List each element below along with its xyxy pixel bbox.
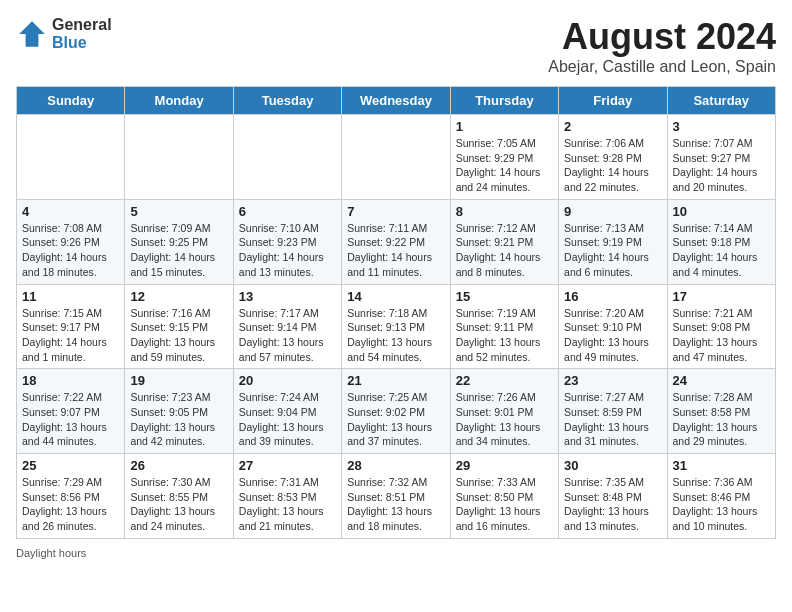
day-cell: 21Sunrise: 7:25 AM Sunset: 9:02 PM Dayli… <box>342 369 450 454</box>
logo-icon <box>16 18 48 50</box>
day-number: 17 <box>673 289 770 304</box>
logo-text: General Blue <box>52 16 112 51</box>
day-number: 30 <box>564 458 661 473</box>
day-number: 11 <box>22 289 119 304</box>
day-info: Sunrise: 7:20 AM Sunset: 9:10 PM Dayligh… <box>564 306 661 365</box>
day-info: Sunrise: 7:23 AM Sunset: 9:05 PM Dayligh… <box>130 390 227 449</box>
header-cell-thursday: Thursday <box>450 87 558 115</box>
day-info: Sunrise: 7:05 AM Sunset: 9:29 PM Dayligh… <box>456 136 553 195</box>
calendar-body: 1Sunrise: 7:05 AM Sunset: 9:29 PM Daylig… <box>17 115 776 539</box>
header-cell-tuesday: Tuesday <box>233 87 341 115</box>
day-number: 8 <box>456 204 553 219</box>
day-cell: 20Sunrise: 7:24 AM Sunset: 9:04 PM Dayli… <box>233 369 341 454</box>
day-number: 16 <box>564 289 661 304</box>
header-cell-wednesday: Wednesday <box>342 87 450 115</box>
day-info: Sunrise: 7:29 AM Sunset: 8:56 PM Dayligh… <box>22 475 119 534</box>
header-row: SundayMondayTuesdayWednesdayThursdayFrid… <box>17 87 776 115</box>
day-info: Sunrise: 7:22 AM Sunset: 9:07 PM Dayligh… <box>22 390 119 449</box>
day-number: 20 <box>239 373 336 388</box>
logo-line2: Blue <box>52 34 112 52</box>
logo-line1: General <box>52 16 112 34</box>
day-number: 23 <box>564 373 661 388</box>
day-cell: 1Sunrise: 7:05 AM Sunset: 9:29 PM Daylig… <box>450 115 558 200</box>
day-cell: 27Sunrise: 7:31 AM Sunset: 8:53 PM Dayli… <box>233 454 341 539</box>
day-number: 31 <box>673 458 770 473</box>
day-cell: 15Sunrise: 7:19 AM Sunset: 9:11 PM Dayli… <box>450 284 558 369</box>
day-info: Sunrise: 7:16 AM Sunset: 9:15 PM Dayligh… <box>130 306 227 365</box>
day-info: Sunrise: 7:19 AM Sunset: 9:11 PM Dayligh… <box>456 306 553 365</box>
day-number: 22 <box>456 373 553 388</box>
header-cell-saturday: Saturday <box>667 87 775 115</box>
day-info: Sunrise: 7:07 AM Sunset: 9:27 PM Dayligh… <box>673 136 770 195</box>
day-number: 27 <box>239 458 336 473</box>
day-cell: 17Sunrise: 7:21 AM Sunset: 9:08 PM Dayli… <box>667 284 775 369</box>
day-cell: 10Sunrise: 7:14 AM Sunset: 9:18 PM Dayli… <box>667 199 775 284</box>
day-cell: 25Sunrise: 7:29 AM Sunset: 8:56 PM Dayli… <box>17 454 125 539</box>
day-info: Sunrise: 7:27 AM Sunset: 8:59 PM Dayligh… <box>564 390 661 449</box>
day-number: 3 <box>673 119 770 134</box>
calendar-table: SundayMondayTuesdayWednesdayThursdayFrid… <box>16 86 776 539</box>
day-info: Sunrise: 7:14 AM Sunset: 9:18 PM Dayligh… <box>673 221 770 280</box>
day-number: 21 <box>347 373 444 388</box>
header-cell-friday: Friday <box>559 87 667 115</box>
calendar-header: SundayMondayTuesdayWednesdayThursdayFrid… <box>17 87 776 115</box>
day-info: Sunrise: 7:31 AM Sunset: 8:53 PM Dayligh… <box>239 475 336 534</box>
day-number: 15 <box>456 289 553 304</box>
day-cell: 11Sunrise: 7:15 AM Sunset: 9:17 PM Dayli… <box>17 284 125 369</box>
day-cell: 30Sunrise: 7:35 AM Sunset: 8:48 PM Dayli… <box>559 454 667 539</box>
day-info: Sunrise: 7:15 AM Sunset: 9:17 PM Dayligh… <box>22 306 119 365</box>
day-info: Sunrise: 7:33 AM Sunset: 8:50 PM Dayligh… <box>456 475 553 534</box>
day-cell: 9Sunrise: 7:13 AM Sunset: 9:19 PM Daylig… <box>559 199 667 284</box>
day-number: 12 <box>130 289 227 304</box>
day-cell: 4Sunrise: 7:08 AM Sunset: 9:26 PM Daylig… <box>17 199 125 284</box>
day-cell: 7Sunrise: 7:11 AM Sunset: 9:22 PM Daylig… <box>342 199 450 284</box>
day-cell <box>233 115 341 200</box>
day-cell: 28Sunrise: 7:32 AM Sunset: 8:51 PM Dayli… <box>342 454 450 539</box>
day-info: Sunrise: 7:28 AM Sunset: 8:58 PM Dayligh… <box>673 390 770 449</box>
day-number: 29 <box>456 458 553 473</box>
svg-marker-0 <box>19 21 45 47</box>
day-cell: 12Sunrise: 7:16 AM Sunset: 9:15 PM Dayli… <box>125 284 233 369</box>
day-number: 2 <box>564 119 661 134</box>
calendar-subtitle: Abejar, Castille and Leon, Spain <box>548 58 776 76</box>
day-cell: 26Sunrise: 7:30 AM Sunset: 8:55 PM Dayli… <box>125 454 233 539</box>
day-cell: 19Sunrise: 7:23 AM Sunset: 9:05 PM Dayli… <box>125 369 233 454</box>
day-cell: 2Sunrise: 7:06 AM Sunset: 9:28 PM Daylig… <box>559 115 667 200</box>
day-info: Sunrise: 7:35 AM Sunset: 8:48 PM Dayligh… <box>564 475 661 534</box>
day-cell <box>17 115 125 200</box>
footer: Daylight hours <box>16 547 776 559</box>
day-cell: 23Sunrise: 7:27 AM Sunset: 8:59 PM Dayli… <box>559 369 667 454</box>
day-number: 7 <box>347 204 444 219</box>
logo: General Blue <box>16 16 112 51</box>
week-row-0: 1Sunrise: 7:05 AM Sunset: 9:29 PM Daylig… <box>17 115 776 200</box>
day-cell: 18Sunrise: 7:22 AM Sunset: 9:07 PM Dayli… <box>17 369 125 454</box>
day-cell: 24Sunrise: 7:28 AM Sunset: 8:58 PM Dayli… <box>667 369 775 454</box>
day-number: 5 <box>130 204 227 219</box>
day-info: Sunrise: 7:09 AM Sunset: 9:25 PM Dayligh… <box>130 221 227 280</box>
day-number: 6 <box>239 204 336 219</box>
week-row-4: 25Sunrise: 7:29 AM Sunset: 8:56 PM Dayli… <box>17 454 776 539</box>
day-number: 9 <box>564 204 661 219</box>
day-cell <box>342 115 450 200</box>
day-info: Sunrise: 7:21 AM Sunset: 9:08 PM Dayligh… <box>673 306 770 365</box>
page-header: General Blue August 2024 Abejar, Castill… <box>16 16 776 76</box>
day-number: 10 <box>673 204 770 219</box>
title-block: August 2024 Abejar, Castille and Leon, S… <box>548 16 776 76</box>
day-cell: 8Sunrise: 7:12 AM Sunset: 9:21 PM Daylig… <box>450 199 558 284</box>
day-info: Sunrise: 7:11 AM Sunset: 9:22 PM Dayligh… <box>347 221 444 280</box>
week-row-3: 18Sunrise: 7:22 AM Sunset: 9:07 PM Dayli… <box>17 369 776 454</box>
day-cell: 31Sunrise: 7:36 AM Sunset: 8:46 PM Dayli… <box>667 454 775 539</box>
day-info: Sunrise: 7:25 AM Sunset: 9:02 PM Dayligh… <box>347 390 444 449</box>
footer-label: Daylight hours <box>16 547 86 559</box>
calendar-title: August 2024 <box>548 16 776 58</box>
day-number: 19 <box>130 373 227 388</box>
day-info: Sunrise: 7:06 AM Sunset: 9:28 PM Dayligh… <box>564 136 661 195</box>
day-info: Sunrise: 7:18 AM Sunset: 9:13 PM Dayligh… <box>347 306 444 365</box>
day-info: Sunrise: 7:08 AM Sunset: 9:26 PM Dayligh… <box>22 221 119 280</box>
day-number: 13 <box>239 289 336 304</box>
day-info: Sunrise: 7:32 AM Sunset: 8:51 PM Dayligh… <box>347 475 444 534</box>
day-info: Sunrise: 7:13 AM Sunset: 9:19 PM Dayligh… <box>564 221 661 280</box>
day-cell: 5Sunrise: 7:09 AM Sunset: 9:25 PM Daylig… <box>125 199 233 284</box>
day-cell: 29Sunrise: 7:33 AM Sunset: 8:50 PM Dayli… <box>450 454 558 539</box>
day-cell: 14Sunrise: 7:18 AM Sunset: 9:13 PM Dayli… <box>342 284 450 369</box>
